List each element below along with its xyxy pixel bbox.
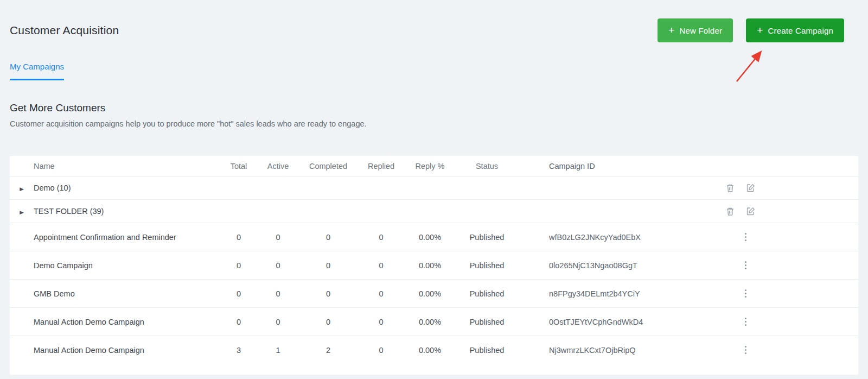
column-header-reply-pct: Reply % xyxy=(404,162,456,170)
table-row-campaign[interactable]: Demo Campaign 0 0 0 0 0.00% Published 0l… xyxy=(10,251,858,279)
campaign-active: 0 xyxy=(258,289,298,298)
new-folder-button[interactable]: + New Folder xyxy=(658,18,733,42)
campaign-status: Published xyxy=(456,289,518,298)
edit-folder-button[interactable] xyxy=(746,207,755,216)
campaigns-table: Name Total Active Completed Replied Repl… xyxy=(10,156,858,375)
campaign-actions xyxy=(723,259,858,272)
campaign-id: n8FPgy34DELmt2b4YCiY xyxy=(518,289,697,298)
table-row-campaign[interactable]: GMB Demo 0 0 0 0 0.00% Published n8FPgy3… xyxy=(10,279,858,307)
table-row-campaign[interactable]: Manual Action Demo Campaign 0 0 0 0 0.00… xyxy=(10,307,858,336)
campaign-replied: 0 xyxy=(358,289,404,298)
folder-actions xyxy=(723,207,858,216)
create-campaign-button-label: Create Campaign xyxy=(768,26,833,35)
campaign-actions xyxy=(723,287,858,300)
plus-icon: + xyxy=(668,25,674,35)
kebab-menu-icon[interactable] xyxy=(742,344,750,357)
campaign-total: 3 xyxy=(220,346,258,355)
trash-icon xyxy=(726,207,735,216)
campaign-status: Published xyxy=(456,318,518,326)
campaign-total: 0 xyxy=(220,289,258,298)
campaign-active: 1 xyxy=(258,346,298,355)
column-header-name: Name xyxy=(34,162,220,170)
campaign-status: Published xyxy=(456,233,518,242)
top-buttons: + New Folder + Create Campaign xyxy=(658,18,844,42)
edit-icon xyxy=(746,207,755,216)
edit-folder-button[interactable] xyxy=(746,184,755,192)
table-header-row: Name Total Active Completed Replied Repl… xyxy=(10,156,858,176)
campaign-active: 0 xyxy=(258,261,298,270)
section-title: Get More Customers xyxy=(10,102,858,114)
kebab-menu-icon[interactable] xyxy=(742,287,750,300)
table-row-campaign[interactable]: Manual Action Demo Campaign 3 1 2 0 0.00… xyxy=(10,336,858,364)
column-header-status: Status xyxy=(456,162,518,170)
edit-icon xyxy=(746,184,755,192)
tab-my-campaigns[interactable]: My Campaigns xyxy=(10,62,64,80)
campaign-completed: 0 xyxy=(298,289,358,298)
campaign-total: 0 xyxy=(220,318,258,326)
folder-expand-cell: ▶ xyxy=(10,207,34,216)
trash-icon xyxy=(726,184,735,193)
campaign-reply-pct: 0.00% xyxy=(404,233,456,242)
delete-folder-button[interactable] xyxy=(726,184,735,193)
campaign-active: 0 xyxy=(258,318,298,326)
campaign-completed: 0 xyxy=(298,261,358,270)
campaign-name: Manual Action Demo Campaign xyxy=(34,318,220,326)
campaign-completed: 2 xyxy=(298,346,358,355)
page: Customer Acquisition + New Folder + Crea… xyxy=(0,0,868,379)
page-title: Customer Acquisition xyxy=(10,24,119,37)
caret-right-icon[interactable]: ▶ xyxy=(20,210,24,215)
campaign-active: 0 xyxy=(258,233,298,242)
campaign-name: Appointment Confirmation and Reminder xyxy=(34,233,220,242)
campaign-actions xyxy=(723,231,858,244)
campaign-status: Published xyxy=(456,261,518,270)
table-row-folder-test[interactable]: ▶ TEST FOLDER (39) xyxy=(10,199,858,223)
new-folder-button-label: New Folder xyxy=(679,26,722,35)
table-row-campaign[interactable]: Appointment Confirmation and Reminder 0 … xyxy=(10,223,858,251)
campaign-replied: 0 xyxy=(358,318,404,326)
campaign-name: Manual Action Demo Campaign xyxy=(34,346,220,355)
campaign-name: GMB Demo xyxy=(34,289,220,298)
campaign-reply-pct: 0.00% xyxy=(404,261,456,270)
column-header-completed: Completed xyxy=(298,162,358,170)
tab-bar: My Campaigns xyxy=(0,62,868,80)
column-header-total: Total xyxy=(220,162,258,170)
campaign-actions xyxy=(723,344,858,357)
folder-name: Demo (10) xyxy=(34,184,220,192)
campaign-completed: 0 xyxy=(298,233,358,242)
folder-actions xyxy=(723,184,858,193)
create-campaign-button[interactable]: + Create Campaign xyxy=(746,18,844,42)
section-intro: Get More Customers Customer acquisition … xyxy=(0,102,868,128)
plus-icon: + xyxy=(757,25,763,35)
campaign-actions xyxy=(723,315,858,329)
kebab-menu-icon[interactable] xyxy=(742,315,750,329)
folder-name: TEST FOLDER (39) xyxy=(34,207,220,216)
campaign-total: 0 xyxy=(220,261,258,270)
kebab-menu-icon[interactable] xyxy=(742,231,750,244)
kebab-menu-icon[interactable] xyxy=(742,259,750,272)
section-subtitle: Customer acquisition campaigns help you … xyxy=(10,119,858,128)
campaign-reply-pct: 0.00% xyxy=(404,289,456,298)
campaign-replied: 0 xyxy=(358,346,404,355)
campaign-completed: 0 xyxy=(298,318,358,326)
delete-folder-button[interactable] xyxy=(726,207,735,216)
campaign-name: Demo Campaign xyxy=(34,261,220,270)
campaign-replied: 0 xyxy=(358,261,404,270)
campaign-id: 0lo265NjC13Ngao08GgT xyxy=(518,261,697,270)
top-bar: Customer Acquisition + New Folder + Crea… xyxy=(0,0,868,42)
column-header-replied: Replied xyxy=(358,162,404,170)
campaign-id: 0OstTJEYtVCphGndWkD4 xyxy=(518,318,697,326)
column-header-active: Active xyxy=(258,162,298,170)
campaign-reply-pct: 0.00% xyxy=(404,346,456,355)
folder-expand-cell: ▶ xyxy=(10,184,34,192)
table-row-folder-demo[interactable]: ▶ Demo (10) xyxy=(10,176,858,199)
caret-right-icon[interactable]: ▶ xyxy=(20,186,24,192)
campaign-replied: 0 xyxy=(358,233,404,242)
campaign-id: wfB0zLG2JNKcyYad0EbX xyxy=(518,233,697,242)
campaign-reply-pct: 0.00% xyxy=(404,318,456,326)
campaign-status: Published xyxy=(456,346,518,355)
campaign-id: Nj3wmrzLKCxt7OjbRipQ xyxy=(518,346,697,355)
column-header-campaign-id: Campaign ID xyxy=(518,162,697,170)
campaign-total: 0 xyxy=(220,233,258,242)
